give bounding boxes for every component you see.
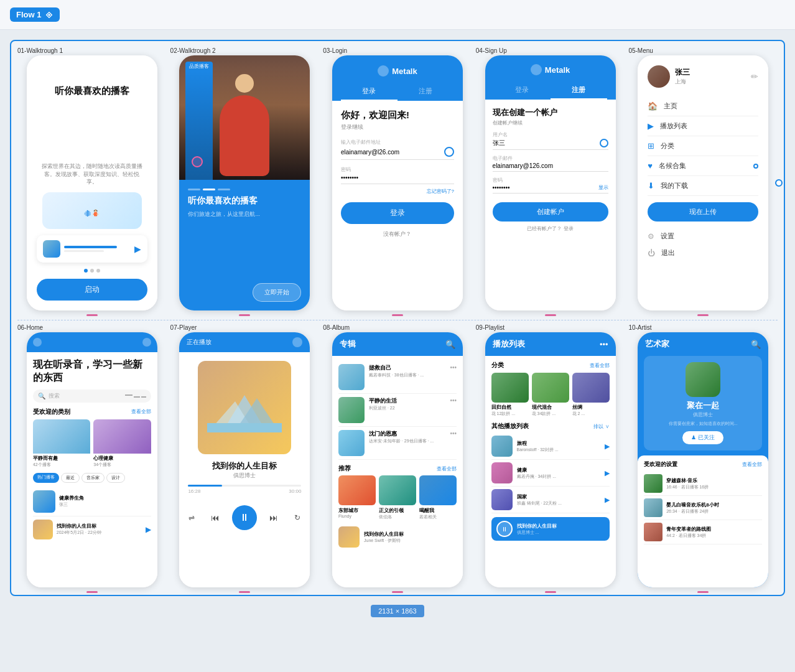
s05-menu-download[interactable]: ⬇ 我的下载 xyxy=(648,176,758,196)
screen-03-login: Metalk 登录 注册 你好，欢迎回来! 登录继续 输入电子邮件地址 xyxy=(332,55,463,310)
s06-see-all[interactable]: 查看全部 xyxy=(131,408,151,415)
s07-options-icon[interactable] xyxy=(292,337,302,347)
s03-tabs[interactable]: 登录 注册 xyxy=(341,83,454,101)
s10-search-icon[interactable]: 🔍 xyxy=(751,340,761,349)
toolbar: Flow 1 xyxy=(0,0,795,30)
s06-search-bar[interactable]: 🔍 搜索 xyxy=(33,390,151,403)
s04-welcome: 现在创建一个帐户 xyxy=(493,107,608,118)
flow-badge[interactable]: Flow 1 xyxy=(10,7,60,22)
s01-player-bar xyxy=(64,246,118,248)
s09-cat-2-title: 现代混合 xyxy=(532,404,569,411)
s09-pl-1-play[interactable]: ▶ xyxy=(605,442,610,450)
s05-menu-category[interactable]: ⊞ 分类 xyxy=(648,136,758,156)
s05-settings[interactable]: ⚙ 设置 xyxy=(648,228,758,245)
s02-start-btn[interactable]: 立即开始 xyxy=(253,283,301,302)
s07-progress-bar[interactable] xyxy=(188,485,301,487)
s03-login-btn[interactable]: 登录 xyxy=(341,202,454,224)
s09-now-play-btn[interactable]: ⏸ xyxy=(496,521,513,537)
s05-logout-icon: ⏻ xyxy=(648,249,655,258)
s03-tab-register[interactable]: 注册 xyxy=(398,83,454,101)
s08-album-2-sub: 利亚波丝 · 22 xyxy=(369,405,397,411)
s04-show-pwd[interactable]: 显示 xyxy=(598,184,608,191)
artist-content: 艺术家 🔍 聚在一起 俱思博士 你需要创意家，如知道喜欢的时间... ♟ 已关注 xyxy=(638,332,768,587)
s05-logout[interactable]: ⏻ 退出 xyxy=(648,245,758,261)
s09-options-icon[interactable]: ••• xyxy=(600,340,608,349)
s09-pl-3-play[interactable]: ▶ xyxy=(605,496,610,504)
s08-more-item: 找到你的人生目标 June Swift · 伊斯特 xyxy=(338,523,457,551)
s03-pwd-input[interactable] xyxy=(341,174,454,181)
s08-album-1-more[interactable]: ••• xyxy=(450,364,457,371)
s05-edit-icon[interactable]: ✏ xyxy=(751,72,758,82)
s05-category-icon: ⊞ xyxy=(648,141,654,151)
s06-search-placeholder: 搜索 xyxy=(49,392,60,400)
s05-favorites-icon: ♥ xyxy=(648,161,653,170)
s05-menu-favorites[interactable]: ♥ 名候合集 xyxy=(648,156,758,176)
s06-tag-2[interactable]: 最近 xyxy=(61,473,80,483)
s09-cat-2-sub: 花 34款拼 ... xyxy=(532,411,569,417)
s06-tag-4[interactable]: 设计 xyxy=(106,473,125,483)
s08-rec-2-img xyxy=(379,475,416,505)
pink-dashes-row1 xyxy=(17,314,778,316)
s06-tag-1[interactable]: 热门播客 xyxy=(33,473,59,483)
s01-player-thumb xyxy=(43,240,60,258)
screen-09-playlist: 播放列表 ••• 分类 查看全部 xyxy=(485,332,616,587)
s08-rec-2-title: 正义的引领 xyxy=(379,507,416,514)
s10-list-see-all[interactable]: 查看全部 xyxy=(742,461,762,468)
s01-start-btn[interactable]: 启动 xyxy=(37,279,147,301)
s03-forgot[interactable]: 忘记密码了? xyxy=(341,188,454,195)
row1-screens: 听你最喜欢的播客 探索世界在其边，随时随地次读高质量播客。发现故事、获取深度知识… xyxy=(17,55,778,310)
player-content: 正在播放 找到你的人生目标 xyxy=(179,332,310,587)
label-s05: 05-Menu xyxy=(628,47,778,54)
row2-labels: 06-Home 07-Player 08-Album 09-Playlist 1… xyxy=(17,324,778,331)
s02-sub: 你们旅途之旅，从这里启航... xyxy=(188,210,301,218)
s04-tab-register[interactable]: 注册 xyxy=(551,82,607,100)
s04-tabs[interactable]: 登录 注册 xyxy=(494,82,607,100)
s09-cat-2-img xyxy=(532,373,569,403)
screen-col-05: 张三 上海 ✏ 🏠 主页 ▶ 播放列表 xyxy=(628,55,778,310)
s08-album-2-info: 平静的生活 利亚波丝 · 22 xyxy=(369,397,397,411)
s10-artist-name: 聚在一起 xyxy=(687,400,719,411)
s04-pwd-input[interactable] xyxy=(493,184,598,191)
s01-play-icon[interactable]: ▶ xyxy=(134,244,141,254)
s10-track-1-info: 穿越森林·音乐 16:46 · 若日播客 16拼 xyxy=(666,477,762,490)
screen-05-menu: 张三 上海 ✏ 🏠 主页 ▶ 播放列表 xyxy=(638,55,768,310)
s03-tab-login[interactable]: 登录 xyxy=(341,83,398,101)
s05-menu-playlist[interactable]: ▶ 播放列表 xyxy=(648,116,758,136)
s06-tag-3[interactable]: 音乐家 xyxy=(81,473,105,483)
s04-create-btn[interactable]: 创建帐户 xyxy=(493,202,608,222)
s05-home-icon: 🏠 xyxy=(648,101,658,111)
s09-pl-2-img xyxy=(491,462,513,483)
s03-email-input[interactable] xyxy=(341,149,444,156)
s04-tab-login[interactable]: 登录 xyxy=(494,82,551,100)
s04-name-input[interactable] xyxy=(493,140,600,147)
s08-header: 专辑 🔍 xyxy=(332,332,463,356)
s09-pl-2-play[interactable]: ▶ xyxy=(605,469,610,477)
s03-logo-icon xyxy=(378,65,389,77)
s10-follow-btn[interactable]: ♟ 已关注 xyxy=(682,431,723,444)
s09-cat-1: 回归自然 花 12款拼 ... xyxy=(491,373,529,417)
s04-header: Metalk 登录 注册 xyxy=(485,55,616,100)
s05-publish-btn[interactable]: 现在上传 xyxy=(648,202,758,222)
s09-other-sort[interactable]: 排以 ∨ xyxy=(593,423,609,430)
s08-rec-see-all[interactable]: 查看全部 xyxy=(437,465,457,472)
s08-rec-3: 喝醒我 若若相关 xyxy=(419,475,457,520)
s09-cat-see-all[interactable]: 查看全部 xyxy=(590,362,610,369)
s06-now-play-icon[interactable]: ▶ xyxy=(146,525,151,534)
s07-repeat-btn[interactable]: ↻ xyxy=(291,511,304,525)
s08-search-icon[interactable]: 🔍 xyxy=(445,340,455,349)
s10-track-2-info: 婴儿白噪音欢乐机8小时 26:34 · 若日播客 24拼 xyxy=(666,502,762,515)
s07-shuffle-btn[interactable]: ⇌ xyxy=(185,511,198,525)
s08-album-2-more[interactable]: ••• xyxy=(450,397,457,404)
flow-label: Flow 1 xyxy=(16,10,41,19)
s07-prev-btn[interactable]: ⏮ xyxy=(207,510,223,526)
s07-next-btn[interactable]: ⏭ xyxy=(266,510,282,526)
s08-album-2-title: 平静的生活 xyxy=(369,397,397,405)
s05-playlist-icon: ▶ xyxy=(648,121,654,131)
s07-play-pause-btn[interactable]: ⏸ xyxy=(232,505,257,530)
s04-email-input[interactable] xyxy=(493,162,608,169)
s08-album-3-more[interactable]: ••• xyxy=(450,430,457,437)
s05-menu-home[interactable]: 🏠 主页 xyxy=(648,96,758,116)
home-content: 现在听录音，学习一些新的东西 🔍 搜索 xyxy=(27,332,157,587)
s10-track-3: 青年变革者的路线图 44:2 · 若日播客 34拼 xyxy=(644,520,762,544)
s01-illustration xyxy=(42,192,142,229)
